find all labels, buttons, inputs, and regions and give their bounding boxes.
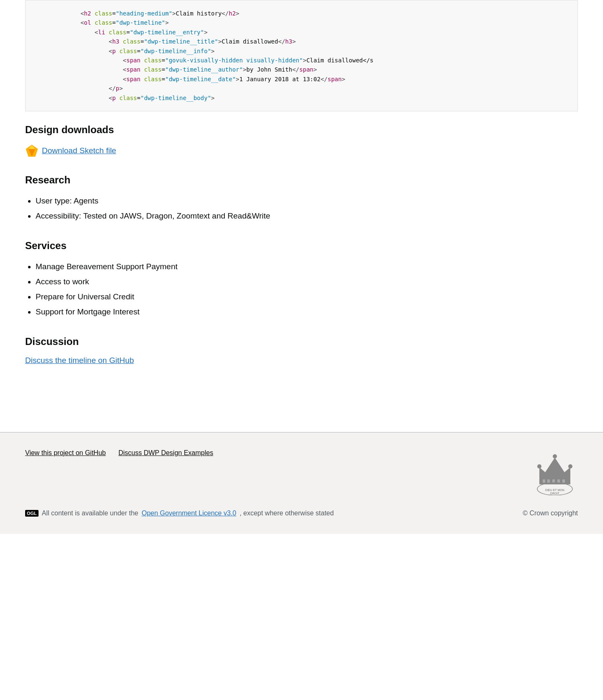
services-section: Services Manage Bereavement Support Paym… <box>25 240 398 319</box>
footer-nav-links: View this project on GitHub Discuss DWP … <box>25 449 213 457</box>
research-list: User type: Agents Accessibility: Tested … <box>36 194 398 223</box>
discussion-heading: Discussion <box>25 336 398 347</box>
list-item: Accessibility: Tested on JAWS, Dragon, Z… <box>36 209 398 223</box>
svg-rect-16 <box>552 479 555 483</box>
code-line-5: <p class="dwp-timeline__info"> <box>38 46 565 56</box>
svg-point-12 <box>553 454 557 458</box>
code-line-1: <h2 class="heading-medium">Claim history… <box>38 9 565 18</box>
view-github-link[interactable]: View this project on GitHub <box>25 449 106 457</box>
svg-point-13 <box>568 464 572 468</box>
list-item: Access to work <box>36 275 398 288</box>
svg-text:DIEU ET MON: DIEU ET MON <box>545 489 564 492</box>
code-line-10: <p class="dwp-timeline__body"> <box>38 93 565 103</box>
footer-top-row: View this project on GitHub Discuss DWP … <box>25 449 578 497</box>
svg-text:DROIT: DROIT <box>550 492 560 495</box>
list-item: User type: Agents <box>36 194 398 208</box>
crown-logo: DIEU ET MON DROIT <box>532 449 578 495</box>
code-line-4: <h3 class="dwp-timeline__title">Claim di… <box>38 37 565 46</box>
discuss-dwp-link[interactable]: Discuss DWP Design Examples <box>119 449 213 457</box>
list-item: Prepare for Universal Credit <box>36 290 398 304</box>
footer-bottom: OGL All content is available under the O… <box>25 510 578 517</box>
licence-text-after: , except where otherwise stated <box>240 510 334 517</box>
design-downloads-section: Design downloads Download Sketch file <box>25 124 398 157</box>
main-content: Design downloads Download Sketch file Re… <box>0 111 423 407</box>
ogl-logo: OGL <box>25 510 39 517</box>
code-line-7: <span class="dwp-timeline__author">by Jo… <box>38 65 565 74</box>
crown-copyright: © Crown copyright <box>523 510 578 517</box>
crown-logo-container: DIEU ET MON DROIT <box>532 449 578 497</box>
list-item: Manage Bereavement Support Payment <box>36 260 398 273</box>
discuss-github-link[interactable]: Discuss the timeline on GitHub <box>25 356 134 365</box>
design-downloads-heading: Design downloads <box>25 124 398 136</box>
list-item: Support for Mortgage Interest <box>36 305 398 319</box>
sketch-link-text: Download Sketch file <box>42 146 116 155</box>
services-list: Manage Bereavement Support Payment Acces… <box>36 260 398 319</box>
code-line-6: <span class="govuk-visually-hidden visua… <box>38 56 565 65</box>
svg-rect-15 <box>547 479 550 483</box>
code-block: <h2 class="heading-medium">Claim history… <box>25 0 578 111</box>
download-sketch-link[interactable]: Download Sketch file <box>25 144 398 157</box>
code-line-9: </p> <box>38 84 565 93</box>
licence-link[interactable]: Open Government Licence v3.0 <box>142 510 236 517</box>
footer: View this project on GitHub Discuss DWP … <box>0 432 603 534</box>
research-heading: Research <box>25 174 398 186</box>
code-line-8: <span class="dwp-timeline__date">1 Janua… <box>38 75 565 84</box>
discussion-section: Discussion Discuss the timeline on GitHu… <box>25 336 398 365</box>
svg-rect-17 <box>557 479 560 483</box>
footer-licence: OGL All content is available under the O… <box>25 510 334 517</box>
code-line-2: <ol class="dwp-timeline"> <box>38 18 565 27</box>
sketch-diamond-icon <box>25 144 39 157</box>
code-line-3: <li class="dwp-timeline__entry"> <box>38 28 565 37</box>
svg-rect-14 <box>543 479 545 483</box>
licence-text-before: All content is available under the <box>42 510 138 517</box>
research-section: Research User type: Agents Accessibility… <box>25 174 398 223</box>
services-heading: Services <box>25 240 398 252</box>
svg-rect-18 <box>562 479 565 483</box>
svg-point-11 <box>537 464 541 468</box>
